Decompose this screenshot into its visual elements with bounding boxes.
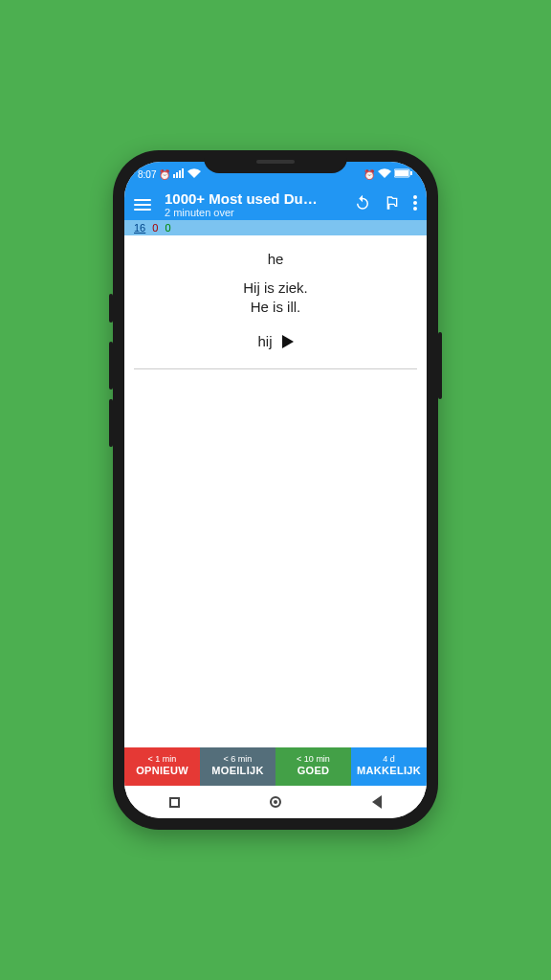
volume-button: [109, 399, 113, 447]
easy-button[interactable]: 4 d MAKKELIJK: [351, 747, 427, 786]
volume-button: [109, 294, 113, 323]
svg-point-4: [413, 201, 417, 205]
android-nav-bar: [124, 786, 427, 818]
good-label: GOED: [276, 765, 351, 777]
good-time: < 10 min: [276, 754, 351, 765]
hard-time: < 6 min: [200, 754, 276, 765]
svg-point-5: [413, 207, 417, 211]
example-sentence-nl: Hij is ziek.: [134, 278, 417, 298]
home-button[interactable]: [270, 796, 281, 808]
signal-icon: [173, 168, 185, 180]
flag-icon[interactable]: [385, 195, 400, 214]
power-button: [438, 332, 442, 399]
recent-apps-button[interactable]: [169, 797, 180, 808]
status-time: 8:07: [138, 169, 156, 180]
learn-count: 0: [152, 222, 158, 234]
prompt-word: he: [134, 251, 417, 267]
example-sentence-en: He is ill.: [134, 298, 417, 317]
again-label: OPNIEUW: [124, 765, 200, 777]
svg-rect-1: [395, 170, 408, 176]
time-remaining: 2 minuten over: [165, 207, 341, 218]
answer-buttons: < 1 min OPNIEUW < 6 min MOEILIJK < 10 mi…: [124, 747, 427, 786]
svg-point-3: [413, 195, 417, 199]
volume-button: [109, 342, 113, 390]
wifi-icon: [378, 168, 391, 180]
new-count: 16: [134, 222, 145, 234]
svg-rect-2: [410, 171, 412, 175]
deck-title: 1000+ Most used Du…: [165, 190, 341, 207]
again-time: < 1 min: [124, 754, 200, 765]
app-bar: 1000+ Most used Du… 2 minuten over: [124, 187, 427, 220]
hard-label: MOEILIJK: [200, 765, 276, 777]
easy-label: MAKKELIJK: [351, 765, 427, 777]
counts-bar: 16 0 0: [124, 220, 427, 235]
more-icon[interactable]: [413, 195, 417, 214]
card-content[interactable]: he Hij is ziek. He is ill. hij: [124, 235, 427, 747]
undo-icon[interactable]: [354, 194, 371, 215]
easy-time: 4 d: [351, 754, 427, 765]
battery-icon: [394, 168, 413, 180]
alarm-icon: ⏰: [159, 169, 170, 180]
alarm-icon: ⏰: [364, 169, 375, 180]
menu-icon[interactable]: [134, 199, 151, 211]
play-icon[interactable]: [282, 335, 294, 348]
screen: 8:07 ⏰ ⏰: [124, 162, 427, 818]
back-button[interactable]: [372, 795, 382, 809]
answer-word: hij: [257, 333, 272, 349]
again-button[interactable]: < 1 min OPNIEUW: [124, 747, 200, 786]
phone-notch: [204, 150, 347, 173]
hard-button[interactable]: < 6 min MOEILIJK: [200, 747, 276, 786]
wifi-icon: [187, 168, 201, 180]
phone-frame: 8:07 ⏰ ⏰: [113, 150, 438, 830]
review-count: 0: [165, 222, 171, 234]
good-button[interactable]: < 10 min GOED: [276, 747, 351, 786]
